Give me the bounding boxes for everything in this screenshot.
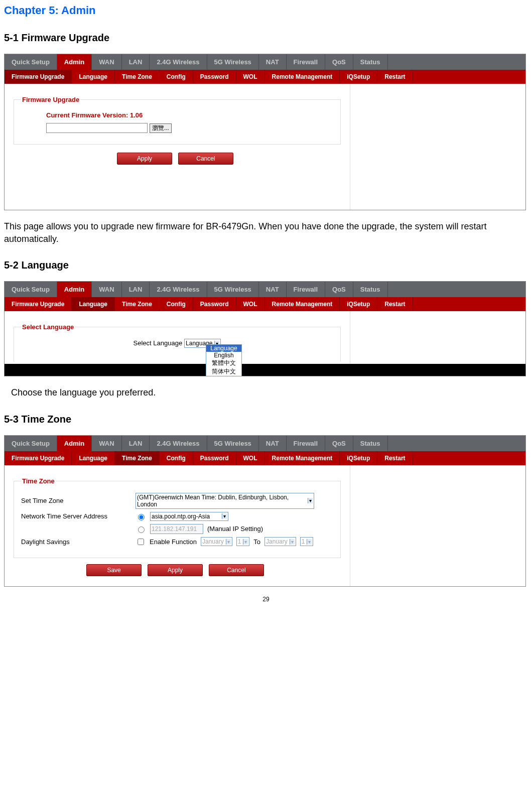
apply-button[interactable]: Apply — [117, 153, 172, 165]
tab-quick-setup[interactable]: Quick Setup — [5, 282, 57, 297]
subtab-wol[interactable]: WOL — [236, 297, 265, 311]
option-simplified-chinese[interactable]: 简体中文 — [206, 367, 241, 376]
subtab-iqsetup[interactable]: iQSetup — [340, 451, 377, 465]
daylight-from-day[interactable]: 1 ▾ — [236, 537, 250, 546]
subtab-language[interactable]: Language — [72, 451, 115, 465]
tab-24g[interactable]: 2.4G Wireless — [150, 282, 207, 297]
section-heading-firmware: 5-1 Firmware Upgrade — [4, 32, 528, 44]
enable-daylight-checkbox[interactable] — [138, 539, 144, 545]
apply-button[interactable]: Apply — [148, 564, 203, 576]
tab-5g[interactable]: 5G Wireless — [207, 282, 259, 297]
subtab-timezone[interactable]: Time Zone — [115, 297, 160, 311]
chevron-down-icon: ▾ — [226, 539, 231, 545]
tab-5g[interactable]: 5G Wireless — [207, 54, 259, 70]
tab-nat[interactable]: NAT — [259, 436, 287, 451]
subtab-language[interactable]: Language — [72, 297, 115, 311]
subtab-firmware-upgrade[interactable]: Firmware Upgrade — [5, 451, 72, 465]
tab-quick-setup[interactable]: Quick Setup — [5, 436, 57, 451]
subtab-password[interactable]: Password — [193, 297, 236, 311]
tab-status[interactable]: Status — [353, 54, 388, 70]
subtab-remote-management[interactable]: Remote Management — [265, 70, 340, 84]
tab-admin[interactable]: Admin — [57, 436, 92, 451]
subtab-restart[interactable]: Restart — [377, 451, 413, 465]
subtab-iqsetup[interactable]: iQSetup — [340, 70, 377, 84]
from-day-value: 1 — [238, 538, 241, 545]
subtab-remote-management[interactable]: Remote Management — [265, 297, 340, 311]
tab-qos[interactable]: QoS — [325, 54, 353, 70]
tab-firewall[interactable]: Firewall — [287, 436, 325, 451]
to-day-value: 1 — [302, 538, 305, 545]
cancel-button[interactable]: Cancel — [209, 564, 264, 576]
subtab-firmware-upgrade[interactable]: Firmware Upgrade — [5, 297, 72, 311]
subtab-config[interactable]: Config — [160, 70, 193, 84]
tab-quick-setup[interactable]: Quick Setup — [5, 54, 57, 70]
subtab-remote-management[interactable]: Remote Management — [265, 451, 340, 465]
option-traditional-chinese[interactable]: 繁體中文 — [206, 359, 241, 367]
timezone-dropdown[interactable]: (GMT)Greenwich Mean Time: Dublin, Edinbu… — [136, 493, 314, 509]
tab-status[interactable]: Status — [353, 436, 388, 451]
tab-status[interactable]: Status — [353, 282, 388, 297]
tab-firewall[interactable]: Firewall — [287, 282, 325, 297]
tab-lan[interactable]: LAN — [122, 436, 150, 451]
subtab-timezone[interactable]: Time Zone — [115, 70, 160, 84]
tab-nat[interactable]: NAT — [259, 282, 287, 297]
language-dropdown-list[interactable]: Language English 繁體中文 简体中文 — [206, 344, 242, 376]
main-tabs-timezone: Quick Setup Admin WAN LAN 2.4G Wireless … — [5, 436, 525, 451]
option-language[interactable]: Language — [206, 345, 241, 352]
nts-dropdown[interactable]: asia.pool.ntp.org-Asia ▾ — [150, 512, 228, 521]
tab-qos[interactable]: QoS — [325, 436, 353, 451]
language-legend: Select Language — [21, 323, 75, 331]
language-panel: Select Language Select Language Language… — [5, 311, 350, 364]
save-button[interactable]: Save — [86, 564, 142, 576]
nts-radio-pool[interactable] — [138, 514, 145, 520]
tab-qos[interactable]: QoS — [325, 282, 353, 297]
firmware-description: This page allows you to upgrade new firm… — [4, 220, 528, 245]
subtab-config[interactable]: Config — [160, 297, 193, 311]
tab-24g[interactable]: 2.4G Wireless — [150, 436, 207, 451]
tab-nat[interactable]: NAT — [259, 54, 287, 70]
select-language-label: Select Language — [134, 339, 183, 347]
subtab-iqsetup[interactable]: iQSetup — [340, 297, 377, 311]
manual-ip-label: (Manual IP Setting) — [207, 525, 263, 533]
subtab-wol[interactable]: WOL — [236, 70, 265, 84]
sub-tabs-timezone: Firmware Upgrade Language Time Zone Conf… — [5, 451, 525, 465]
tab-firewall[interactable]: Firewall — [287, 54, 325, 70]
cancel-button[interactable]: Cancel — [178, 153, 233, 165]
tab-wan[interactable]: WAN — [92, 54, 121, 70]
tab-lan[interactable]: LAN — [122, 54, 150, 70]
subtab-password[interactable]: Password — [193, 451, 236, 465]
tab-admin[interactable]: Admin — [57, 282, 92, 297]
tab-24g[interactable]: 2.4G Wireless — [150, 54, 207, 70]
daylight-to-month[interactable]: January ▾ — [264, 537, 296, 546]
page-number: 29 — [4, 596, 528, 603]
tab-5g[interactable]: 5G Wireless — [207, 436, 259, 451]
language-fieldset: Select Language Select Language Language… — [14, 323, 341, 362]
subtab-restart[interactable]: Restart — [377, 70, 413, 84]
subtab-password[interactable]: Password — [193, 70, 236, 84]
manual-ip-input[interactable] — [150, 524, 203, 534]
subtab-wol[interactable]: WOL — [236, 451, 265, 465]
tab-admin[interactable]: Admin — [57, 54, 92, 70]
chapter-title: Chapter 5: Admin — [4, 4, 528, 17]
option-english[interactable]: English — [206, 352, 241, 359]
daylight-to-day[interactable]: 1 ▾ — [300, 537, 314, 546]
subtab-language[interactable]: Language — [72, 70, 115, 84]
tab-wan[interactable]: WAN — [92, 436, 121, 451]
tab-lan[interactable]: LAN — [122, 282, 150, 297]
timezone-panel: Time Zone Set Time Zone (GMT)Greenwich M… — [5, 465, 350, 586]
tab-wan[interactable]: WAN — [92, 282, 121, 297]
section-heading-language: 5-2 Language — [4, 259, 528, 271]
firmware-file-input[interactable] — [46, 123, 148, 133]
daylight-from-month[interactable]: January ▾ — [201, 537, 232, 546]
subtab-timezone[interactable]: Time Zone — [115, 451, 160, 465]
subtab-config[interactable]: Config — [160, 451, 193, 465]
language-description: Choose the language you preferred. — [11, 386, 528, 399]
chevron-down-icon: ▾ — [290, 539, 295, 545]
nts-radio-manual[interactable] — [138, 526, 145, 533]
timezone-screenshot: Quick Setup Admin WAN LAN 2.4G Wireless … — [4, 435, 526, 587]
nts-dropdown-value: asia.pool.ntp.org-Asia — [152, 513, 210, 520]
subtab-restart[interactable]: Restart — [377, 297, 413, 311]
firmware-version-label: Current Firmware Version: 1.06 — [21, 108, 333, 122]
browse-button[interactable]: 瀏覽... — [150, 123, 172, 133]
subtab-firmware-upgrade[interactable]: Firmware Upgrade — [5, 70, 72, 84]
